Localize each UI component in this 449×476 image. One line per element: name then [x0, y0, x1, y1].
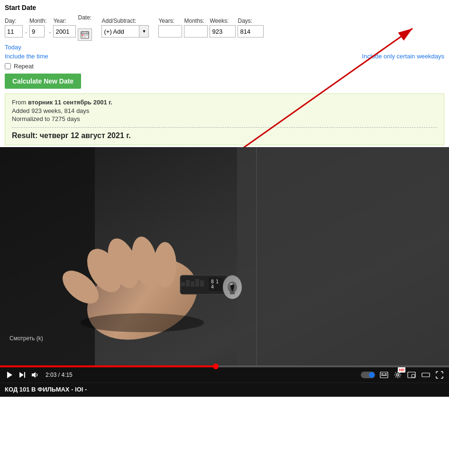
weeks-label: Weeks:: [210, 18, 229, 24]
svg-rect-48: [412, 374, 415, 377]
svg-text:4: 4: [211, 284, 214, 289]
result-from: From вторник 11 сентябрь 2001 г.: [12, 99, 437, 106]
svg-rect-25: [191, 281, 194, 287]
total-time: 4:15: [61, 372, 72, 378]
theater-icon: [422, 372, 430, 378]
repeat-row: Repeat: [5, 63, 444, 70]
dropdown-arrow-button[interactable]: ▼: [139, 25, 149, 37]
day-field-group: Day:: [5, 18, 23, 37]
year-input[interactable]: [53, 25, 76, 37]
svg-rect-26: [195, 279, 199, 287]
svg-rect-3: [81, 32, 89, 34]
days-label: Days:: [238, 18, 252, 24]
date-calculator-section: Start Date Day: . Month: . Year: Dat: [0, 0, 449, 147]
repeat-checkbox[interactable]: [5, 63, 11, 69]
today-link[interactable]: Today: [5, 44, 21, 51]
svg-rect-6: [82, 35, 83, 36]
svg-rect-5: [86, 31, 87, 33]
svg-rect-10: [84, 37, 86, 37]
month-field-group: Month:: [29, 18, 47, 37]
video-progress-dot: [213, 364, 219, 369]
years-label: Years:: [158, 18, 174, 24]
years-field-group: Years:: [158, 18, 182, 37]
day-input[interactable]: [5, 25, 23, 37]
year-field-group: Year:: [53, 18, 76, 37]
include-time-link[interactable]: Include the time: [5, 53, 48, 60]
svg-rect-44: [385, 373, 387, 374]
year-label: Year:: [53, 18, 66, 24]
months-input[interactable]: [184, 25, 208, 37]
day-label: Day:: [5, 18, 17, 24]
volume-button[interactable]: [30, 370, 40, 380]
date-calc-container: Start Date Day: . Month: . Year: Dat: [0, 0, 449, 147]
svg-point-46: [397, 374, 399, 376]
current-time: 2:03: [46, 372, 56, 378]
toggle-knob: [369, 372, 375, 378]
fullscreen-icon: [436, 371, 443, 379]
volume-icon: [31, 371, 39, 379]
svg-point-19: [154, 242, 176, 288]
section-title: Start Date: [5, 4, 444, 11]
result-added: Added 923 weeks, 814 days: [12, 107, 437, 114]
svg-rect-9: [82, 37, 83, 37]
weeks-field-group: Weeks:: [210, 18, 236, 37]
result-from-bold: вторник 11 сентябрь 2001 г.: [28, 99, 112, 106]
years-input[interactable]: [158, 25, 182, 37]
video-title-bar: КОД 101 В ФИЛЬМАХ - IOI -: [0, 383, 449, 397]
days-input[interactable]: [238, 25, 264, 37]
svg-rect-49: [422, 373, 430, 377]
days-field-group: Days:: [238, 18, 264, 37]
mini-player-button[interactable]: [406, 371, 417, 379]
video-progress-fill: [0, 365, 216, 367]
inputs-row: Day: . Month: . Year: Date:: [5, 14, 444, 41]
video-watch-label: Смотреть (k): [9, 335, 43, 342]
result-normalized: Normalized to 7275 days: [12, 115, 437, 122]
video-visual: 8 1 4: [0, 147, 449, 365]
play-icon: [6, 371, 13, 379]
next-icon: [19, 372, 26, 378]
month-label: Month:: [29, 18, 47, 24]
svg-rect-27: [200, 280, 204, 287]
repeat-label: Repeat: [14, 63, 34, 70]
svg-marker-38: [7, 372, 12, 378]
video-section: 8 1 4 Смотреть (k): [0, 147, 449, 397]
time-display: 2:03 / 4:15: [46, 372, 73, 378]
next-button[interactable]: [18, 371, 27, 379]
play-button[interactable]: [5, 370, 14, 380]
months-field-group: Months:: [184, 18, 208, 37]
result-from-text: From: [12, 99, 28, 106]
svg-rect-12: [237, 147, 449, 365]
subtitles-button[interactable]: [379, 371, 389, 379]
result-box: From вторник 11 сентябрь 2001 г. Added 9…: [5, 93, 444, 145]
calculate-button[interactable]: Calculate New Date: [5, 74, 81, 89]
video-progress-bar[interactable]: [0, 365, 449, 367]
calendar-icon-button[interactable]: [78, 28, 92, 41]
svg-rect-4: [82, 31, 83, 33]
video-title: КОД 101 В ФИЛЬМАХ - IOI -: [5, 386, 87, 393]
controls-right: HD: [361, 370, 444, 380]
settings-button[interactable]: HD: [393, 370, 403, 380]
weeks-input[interactable]: [210, 25, 236, 37]
svg-text:1: 1: [216, 279, 219, 284]
svg-rect-43: [381, 373, 384, 374]
month-input[interactable]: [29, 25, 45, 37]
svg-marker-39: [19, 372, 24, 378]
theater-button[interactable]: [421, 371, 431, 379]
svg-rect-8: [86, 35, 88, 36]
subtitles-icon: [380, 372, 388, 378]
fullscreen-button[interactable]: [435, 370, 444, 380]
add-subtract-label: Add/Subtract:: [101, 18, 149, 24]
svg-rect-13: [256, 147, 257, 365]
result-divider: [12, 127, 437, 128]
include-weekdays-link[interactable]: Include only certain weekdays: [362, 53, 444, 60]
svg-point-37: [230, 283, 233, 285]
date-icon-group: Date:: [78, 14, 92, 41]
svg-rect-14: [0, 147, 95, 365]
calendar-icon: [81, 30, 89, 39]
add-subtract-select[interactable]: (+) Add (-) Subtract: [101, 25, 139, 37]
mini-player-icon: [407, 372, 416, 378]
toggle-switch[interactable]: [361, 372, 375, 378]
svg-rect-40: [24, 372, 25, 378]
video-thumbnail[interactable]: 8 1 4 Смотреть (k): [0, 147, 449, 365]
svg-rect-45: [381, 375, 387, 376]
